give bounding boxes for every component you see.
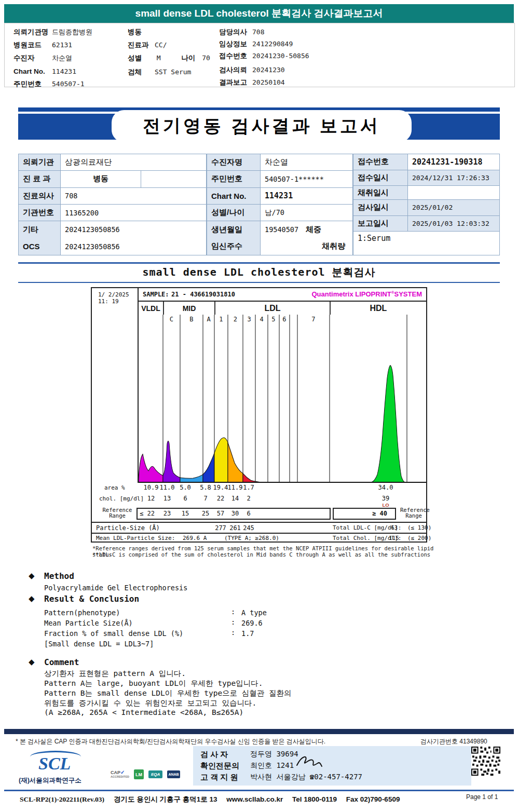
ref-value: 23 bbox=[163, 510, 171, 517]
mean-size-value: 269.6 A bbox=[183, 535, 207, 542]
footer-divider bbox=[4, 790, 514, 791]
area-value: 5.8 bbox=[200, 484, 211, 491]
accreditation-note: * 본 검사실은 CAP 인증과 대한진단검사의학회/진단검사의학재단의 우수검… bbox=[16, 737, 325, 746]
cell-label: 임신주수 bbox=[207, 238, 261, 255]
area-value: 1.7 bbox=[243, 484, 254, 491]
band-label-row: VLDL MID LDL HDL bbox=[139, 302, 426, 315]
peak-ldl1 bbox=[214, 438, 228, 483]
ref-value: 15 bbox=[182, 510, 189, 517]
total-chol-ref: (≤ 200) bbox=[407, 535, 431, 542]
info-row: 진료과CC/ bbox=[128, 40, 167, 50]
info-row: 담당의사708 bbox=[219, 28, 264, 37]
peak-mid-c bbox=[163, 441, 180, 483]
chart-data-table: area % 10.9 11.0 5.0 5.8 19.4 11.9 1.7 3… bbox=[92, 483, 426, 542]
cell-value: 540507-1****** bbox=[261, 171, 352, 187]
cell-value: 병동 bbox=[61, 171, 206, 187]
sublabel: 2 bbox=[234, 316, 237, 323]
cell-label: OCS bbox=[19, 238, 61, 255]
total-ldl-value: 63 bbox=[391, 524, 398, 531]
info-row: 성별 M 나이 70 bbox=[128, 53, 210, 63]
chol-value: 13 bbox=[163, 495, 171, 502]
ref-range-label-right: Reference Range bbox=[400, 507, 427, 519]
signature bbox=[294, 754, 324, 770]
comment-heading: Comment bbox=[44, 657, 79, 667]
mean-size-label: Mean LDL-Particle Size: bbox=[96, 535, 175, 542]
peak-mid-a bbox=[203, 453, 214, 483]
method-heading: Method bbox=[44, 571, 74, 581]
sample-id: 21 - 436619031810 bbox=[171, 291, 235, 298]
peak-mid-b bbox=[180, 475, 203, 483]
address: 경기도 용인시 기흥구 흥덕1로 13 bbox=[114, 795, 217, 803]
chol-value: 12 bbox=[147, 495, 155, 502]
peak-hdl bbox=[371, 366, 405, 483]
area-row-label: area % bbox=[104, 484, 125, 491]
page-number: Page 1 of 1 bbox=[466, 793, 498, 801]
footer-address-line: SCL-RP2(1)-202211(Rev.03) 경기도 용인시 기흥구 흥덕… bbox=[20, 795, 461, 804]
report-title-bar-text: small dense LDL cholesterol 분획검사 검사결과보고서 bbox=[135, 7, 383, 20]
cell-value: 11365200 bbox=[61, 205, 206, 221]
sublabel: 5 bbox=[271, 316, 275, 323]
sublabel: 3 bbox=[247, 316, 251, 323]
chart-inner: SAMPLE: 21 - 436619031810 Quantimetrix L… bbox=[138, 288, 426, 483]
result-item-label: Fraction % of small dense LDL (%) bbox=[44, 629, 183, 638]
staff-row: 검 사 자정두영 39694 bbox=[200, 749, 471, 760]
footer-bar bbox=[4, 729, 514, 734]
cell-value: 채취량 bbox=[261, 238, 352, 255]
lipoprint-chart: 1/ 2/2025 11: 19 SAMPLE: 21 - 4366190318… bbox=[91, 287, 427, 543]
ref-value: 25 bbox=[202, 510, 209, 517]
area-value: 19.4 bbox=[213, 484, 228, 491]
cell-value bbox=[408, 186, 499, 200]
area-value: 11.9 bbox=[228, 484, 243, 491]
info-row: 검체SST Serum bbox=[128, 67, 191, 77]
cell-value: 19540507 체중 bbox=[261, 221, 352, 238]
lab-report-page: { "colors": { "header_teal": "#0e7f7b", … bbox=[0, 0, 518, 812]
cell-label: 성별/나이 bbox=[207, 205, 261, 221]
ref-range-label-left: Reference Range bbox=[98, 507, 137, 519]
comment-line: (A ≥268A, 265A < Intermediate <268A, B≤2… bbox=[44, 708, 243, 716]
info-row: Chart No.114231 bbox=[13, 67, 76, 75]
info-row: 임상정보2412290849 bbox=[219, 39, 293, 49]
cell-label: 검사일시 bbox=[353, 200, 408, 216]
comment-line: 위험도를 증가시킬 수 있는 위험인자로 보고되고 있습니다. bbox=[44, 698, 256, 708]
cell-label: 기관번호 bbox=[19, 205, 61, 221]
ref-value: 6 bbox=[247, 510, 250, 517]
qr-code bbox=[471, 747, 500, 776]
anab-logo: ANAB bbox=[167, 770, 180, 778]
cell-value: 114231 bbox=[261, 188, 352, 205]
header-info-panel: 의뢰기관명드림종합병원 병원코드62131 수진자차순열 Chart No.11… bbox=[4, 23, 515, 87]
sublabel: 6 bbox=[282, 316, 286, 323]
result-item-value: 1.7 bbox=[241, 629, 254, 638]
cell-label: 접수번호 bbox=[353, 154, 408, 170]
cell-label: 주민번호 bbox=[207, 171, 261, 187]
total-ldl-ref: (≤ 130) bbox=[407, 524, 431, 531]
result-item-value: A type bbox=[241, 608, 267, 617]
band-hdl: HDL bbox=[330, 302, 426, 315]
cell-value: 20241231-190318 bbox=[408, 154, 499, 170]
cell-value: 삼광의료재단 bbox=[61, 154, 206, 171]
result-item-label: Mean Particle Size(Å) bbox=[44, 619, 133, 627]
patient-table-middle: 수진자명 차순열 주민번호 540507-1****** Chart No. 1… bbox=[207, 154, 353, 255]
total-chol-value: 115 bbox=[389, 535, 399, 542]
sublabel: A bbox=[207, 316, 210, 323]
staff-row: 확인전문의최인호 1241 bbox=[200, 760, 471, 772]
diamond-bullet: ◆ bbox=[29, 571, 35, 580]
section-divider-top bbox=[18, 262, 500, 264]
table-rule bbox=[92, 533, 426, 534]
result-heading: Result & Conclusion bbox=[44, 594, 139, 604]
method-body: Polyacrylamide Gel Electrophoresis bbox=[44, 584, 187, 592]
colon: : bbox=[231, 618, 235, 626]
info-row: 접수번호20241230-50856 bbox=[219, 51, 309, 61]
cell-value: 남/70 bbox=[261, 205, 352, 221]
band-vldl: VLDL bbox=[139, 302, 163, 315]
website: www.scllab.co.kr bbox=[226, 795, 283, 803]
ref-value: 30 bbox=[231, 510, 239, 517]
mean-size-type: (TYPE A; ≥268.0) bbox=[224, 535, 279, 542]
result-item-value: 269.6 bbox=[241, 619, 263, 627]
area-value: 34.0 bbox=[378, 484, 393, 491]
serum-note: 1:Serum bbox=[353, 232, 499, 255]
area-value: 5.0 bbox=[180, 484, 191, 491]
particle-value: 277 bbox=[215, 524, 226, 532]
comment-line: Pattern A는 large, buoyant LDL이 우세한 type입… bbox=[44, 679, 263, 688]
cell-label: 의뢰기관 bbox=[19, 154, 61, 171]
cell-label: 수진자명 bbox=[207, 154, 261, 171]
